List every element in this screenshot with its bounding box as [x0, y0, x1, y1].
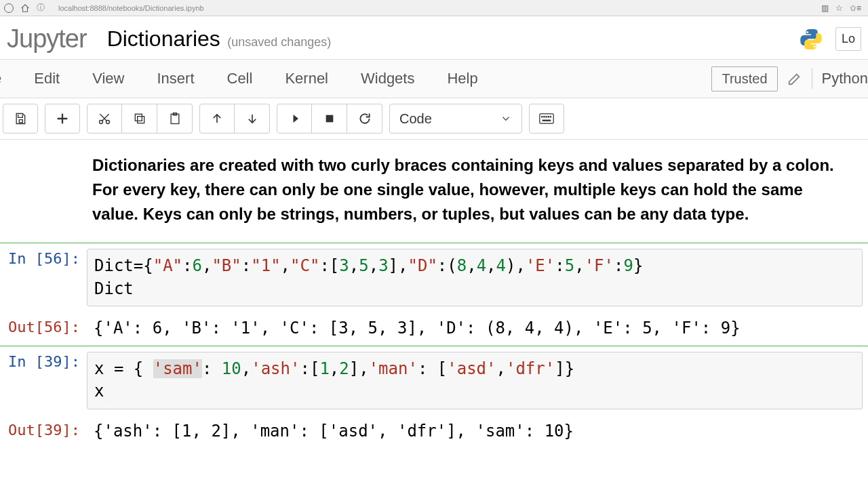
svg-rect-12 — [545, 116, 547, 117]
chevron-down-icon — [500, 113, 512, 125]
output-prompt: Out[39]: — [0, 415, 87, 439]
input-prompt: In [56]: — [0, 243, 87, 267]
svg-rect-10 — [541, 116, 542, 117]
logout-button[interactable]: Lo — [835, 27, 861, 51]
notebook-title[interactable]: Dictionaries — [107, 26, 220, 51]
svg-rect-13 — [548, 116, 549, 117]
menu-file-cut[interactable]: e — [0, 70, 18, 87]
menu-help[interactable]: Help — [431, 70, 494, 87]
svg-rect-4 — [135, 114, 142, 121]
svg-rect-14 — [550, 116, 551, 117]
cell-type-select[interactable]: Code — [389, 104, 522, 134]
code-cell-39[interactable]: In [39]: x = { 'sam': 10,'ash':[1,2],'ma… — [0, 346, 868, 449]
svg-rect-8 — [326, 115, 333, 123]
menu-view[interactable]: View — [76, 70, 140, 87]
menu-insert[interactable]: Insert — [140, 70, 210, 87]
code-input[interactable]: Dict={"A":6,"B":"1","C":[3,5,3],"D":(8,4… — [87, 249, 863, 306]
notebook-header: Jupyter Dictionaries (unsaved changes) L… — [0, 16, 868, 59]
menu-cell[interactable]: Cell — [211, 70, 269, 87]
url-text[interactable]: localhost:8888/notebooks/Dictionaries.ip… — [58, 4, 814, 12]
run-button[interactable] — [277, 104, 312, 134]
lock-icon: ⓘ — [37, 2, 45, 14]
move-up-button[interactable] — [199, 104, 235, 134]
browser-address-bar: ⓘ localhost:8888/notebooks/Dictionaries.… — [0, 0, 868, 16]
add-cell-button[interactable] — [45, 104, 80, 134]
toolbar: Code — [0, 98, 868, 140]
restart-button[interactable] — [347, 104, 382, 134]
code-cell-56[interactable]: In [56]: Dict={"A":6,"B":"1","C":[3,5,3]… — [0, 243, 868, 346]
trusted-badge[interactable]: Trusted — [711, 66, 777, 92]
menu-edit[interactable]: Edit — [18, 70, 76, 87]
notebook-container: Dictionaries are created with two curly … — [0, 140, 868, 449]
cut-button[interactable] — [87, 104, 122, 134]
svg-point-1 — [814, 45, 816, 47]
code-input[interactable]: x = { 'sam': 10,'ash':[1,2],'man': ['asd… — [87, 352, 863, 409]
svg-rect-15 — [542, 120, 551, 121]
home-icon[interactable] — [20, 3, 30, 13]
code-output: {'ash': [1, 2], 'man': ['asd', 'dfr'], '… — [87, 415, 868, 449]
code-output: {'A': 6, 'B': '1', 'C': [3, 5, 3], 'D': … — [87, 312, 868, 346]
menubar: e Edit View Insert Cell Kernel Widgets H… — [0, 59, 868, 98]
copy-button[interactable] — [122, 104, 157, 134]
cell-type-value: Code — [399, 111, 432, 127]
edit-icon[interactable] — [787, 71, 802, 86]
kernel-indicator[interactable]: Python — [822, 70, 869, 87]
jupyter-logo[interactable]: Jupyter — [7, 24, 87, 54]
svg-rect-5 — [137, 117, 144, 123]
paste-button[interactable] — [157, 104, 193, 134]
svg-rect-11 — [543, 116, 545, 117]
save-button[interactable] — [3, 104, 38, 134]
favorite-icon[interactable]: ☆ — [835, 3, 843, 13]
favorites-bar-icon[interactable]: ✩≡ — [850, 3, 861, 13]
output-prompt: Out[56]: — [0, 312, 87, 336]
input-prompt: In [39]: — [0, 346, 87, 370]
move-down-button[interactable] — [235, 104, 270, 134]
svg-rect-9 — [540, 114, 553, 123]
python-logo-icon — [799, 27, 823, 52]
svg-point-0 — [806, 31, 808, 33]
command-palette-button[interactable] — [529, 104, 564, 134]
markdown-cell[interactable]: Dictionaries are created with two curly … — [0, 140, 868, 243]
interrupt-button[interactable] — [312, 104, 347, 134]
reader-icon[interactable]: ▥ — [821, 3, 829, 13]
menu-widgets[interactable]: Widgets — [344, 70, 431, 87]
notebook-save-status: (unsaved changes) — [227, 35, 331, 49]
refresh-icon[interactable] — [4, 3, 14, 13]
divider — [812, 68, 812, 89]
menu-kernel[interactable]: Kernel — [269, 70, 344, 87]
